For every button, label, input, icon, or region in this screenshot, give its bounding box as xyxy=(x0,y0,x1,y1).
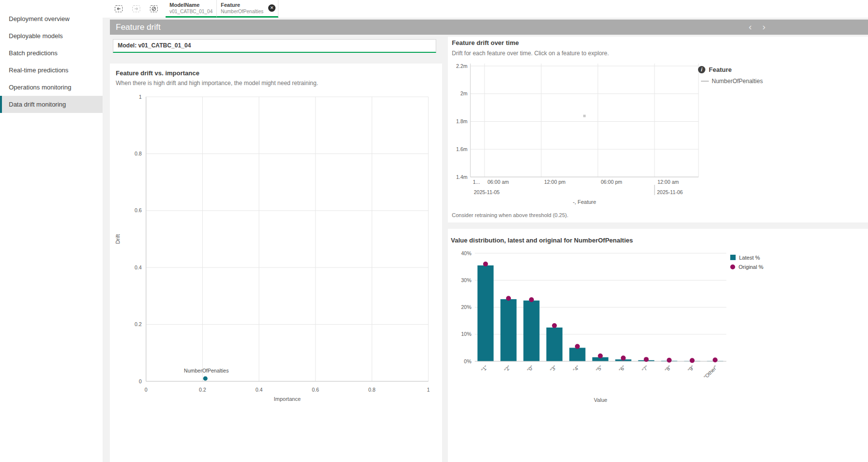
sidebar-item-data-drift-monitoring[interactable]: Data drift monitoring xyxy=(0,96,103,113)
svg-text:0.2: 0.2 xyxy=(134,321,142,327)
sheet-header: Feature drift ‹ › xyxy=(110,20,868,35)
clear-feature-selection-icon[interactable]: ✕ xyxy=(268,4,275,12)
svg-text:0.4: 0.4 xyxy=(255,387,263,393)
selection-actions xyxy=(110,0,166,18)
legend-label: Original % xyxy=(739,264,763,270)
original-swatch xyxy=(730,264,735,269)
svg-text:0.8: 0.8 xyxy=(368,387,376,393)
svg-text:0%: 0% xyxy=(464,358,471,364)
value-distribution-card: Value distribution, latest and original … xyxy=(448,229,868,462)
sidebar-item-operations-monitoring[interactable]: Operations monitoring xyxy=(0,79,103,96)
info-icon[interactable]: i xyxy=(698,66,705,73)
time-axis-label: -, Feature xyxy=(470,199,699,205)
threshold-note: Consider retraining when above threshold… xyxy=(452,212,568,218)
svg-text:10%: 10% xyxy=(461,331,471,337)
clear-selections-icon xyxy=(149,4,159,14)
selection-field-value: v01_CATBC_01_04 xyxy=(169,8,213,15)
selection-chip-feature[interactable]: Feature NumberOfPenalties ✕ xyxy=(217,0,278,18)
svg-text:06:00 pm: 06:00 pm xyxy=(601,179,622,185)
svg-text:0.8: 0.8 xyxy=(134,151,142,156)
svg-text:1.4m: 1.4m xyxy=(456,174,468,180)
svg-text:12:00 pm: 12:00 pm xyxy=(544,179,566,185)
legend-item-numberofpenalties[interactable]: NumberOfPenalties xyxy=(701,78,763,85)
svg-text:"7": "7" xyxy=(641,364,650,373)
series-name: NumberOfPenalties xyxy=(712,78,763,85)
sheet-title: Feature drift xyxy=(116,20,161,35)
chart-title: Feature drift over time xyxy=(452,39,519,46)
svg-text:Drift: Drift xyxy=(115,234,121,244)
svg-text:40%: 40% xyxy=(461,250,471,256)
selection-chip-modelname[interactable]: ModelName v01_CATBC_01_04 xyxy=(166,0,217,18)
svg-text:2025-11-05: 2025-11-05 xyxy=(474,189,500,195)
previous-sheet-icon[interactable]: ‹ xyxy=(745,20,756,34)
chart-title: Value distribution, latest and original … xyxy=(451,237,633,244)
feature-drift-vs-importance-card: Feature drift vs. importance When there … xyxy=(110,64,442,462)
svg-text:"3": "3" xyxy=(549,364,558,373)
selection-field-name: ModelName xyxy=(169,2,213,8)
sidebar-nav: Deployment overviewDeployable modelsBatc… xyxy=(0,0,103,462)
svg-text:"5": "5" xyxy=(595,364,604,373)
svg-text:2.2m: 2.2m xyxy=(456,63,468,69)
app-window: Deployment overviewDeployable modelsBatc… xyxy=(0,0,868,462)
bar-legend: Latest % Original % xyxy=(730,253,763,271)
svg-text:0.4: 0.4 xyxy=(134,264,142,270)
svg-text:2025-11-06: 2025-11-06 xyxy=(657,189,683,195)
chart-subtitle: Drift for each feature over time. Click … xyxy=(452,50,609,57)
svg-text:1...: 1... xyxy=(473,179,480,185)
svg-text:20%: 20% xyxy=(461,304,471,310)
legend-label: Latest % xyxy=(739,255,760,261)
svg-text:Importance: Importance xyxy=(274,396,300,402)
svg-text:1.8m: 1.8m xyxy=(456,118,468,124)
model-selector-label: Model: v01_CATBC_01_04 xyxy=(118,42,191,49)
selections-forward-button[interactable] xyxy=(128,2,144,16)
svg-text:"4": "4" xyxy=(572,364,581,373)
next-sheet-icon[interactable]: › xyxy=(759,20,769,34)
sidebar-item-real-time-predictions[interactable]: Real-time predictions xyxy=(0,62,103,79)
latest-swatch xyxy=(730,255,736,260)
svg-text:0.2: 0.2 xyxy=(199,387,206,393)
series-line-swatch xyxy=(701,81,709,82)
sidebar-item-deployment-overview[interactable]: Deployment overview xyxy=(0,10,103,27)
legend-title: Feature xyxy=(709,66,732,73)
svg-text:06:00 am: 06:00 am xyxy=(487,179,509,185)
chart-subtitle: When there is high drift and high import… xyxy=(116,80,318,87)
svg-text:"0": "0" xyxy=(526,364,535,373)
legend-item-original[interactable]: Original % xyxy=(730,262,763,271)
selection-toolbar: ModelName v01_CATBC_01_04 Feature Number… xyxy=(103,0,868,18)
selections-forward-icon xyxy=(131,4,141,14)
bar-x-axis-label: Value xyxy=(475,397,726,403)
svg-text:1: 1 xyxy=(139,94,142,100)
clear-selections-button[interactable] xyxy=(146,2,162,16)
svg-text:"9": "9" xyxy=(687,364,696,373)
svg-text:30%: 30% xyxy=(461,277,471,283)
svg-text:NumberOfPenalties: NumberOfPenalties xyxy=(184,368,229,374)
feature-drift-over-time-card: Feature drift over time Drift for each f… xyxy=(448,37,868,222)
selection-field-value: NumberOfPenalties xyxy=(221,8,275,15)
svg-text:"8": "8" xyxy=(664,364,673,373)
svg-text:0: 0 xyxy=(139,378,142,384)
legend-item-latest[interactable]: Latest % xyxy=(730,253,763,262)
chart-title: Feature drift vs. importance xyxy=(116,69,199,77)
svg-text:"2": "2" xyxy=(503,364,512,373)
time-legend: i Feature NumberOfPenalties xyxy=(698,66,763,85)
selection-field-name: Feature xyxy=(221,2,275,8)
svg-text:2m: 2m xyxy=(460,90,467,96)
sidebar-item-deployable-models[interactable]: Deployable models xyxy=(0,27,103,44)
svg-text:0: 0 xyxy=(145,387,148,393)
svg-text:12:00 am: 12:00 am xyxy=(657,179,679,185)
svg-text:"1": "1" xyxy=(480,364,489,373)
bar-chart[interactable]: 0%10%20%30%40%"1""2""0""3""4""5""6""7""8… xyxy=(448,229,868,462)
svg-text:"6": "6" xyxy=(618,364,627,373)
selections-back-icon xyxy=(114,4,124,14)
svg-text:1.6m: 1.6m xyxy=(456,146,468,152)
scatter-plot[interactable]: 00.20.40.60.8100.20.40.60.81NumberOfPena… xyxy=(110,64,442,462)
svg-text:0.6: 0.6 xyxy=(312,387,319,393)
svg-text:0.6: 0.6 xyxy=(134,207,142,213)
sidebar-item-batch-predictions[interactable]: Batch predictions xyxy=(0,44,103,62)
model-selector[interactable]: Model: v01_CATBC_01_04 xyxy=(113,39,436,53)
svg-text:"Other": "Other" xyxy=(702,364,719,380)
svg-text:1: 1 xyxy=(427,387,430,393)
line-chart[interactable]: 1.4m1.6m1.8m2m2.2m1...06:00 am12:00 pm06… xyxy=(448,37,868,222)
selections-back-button[interactable] xyxy=(111,2,127,16)
